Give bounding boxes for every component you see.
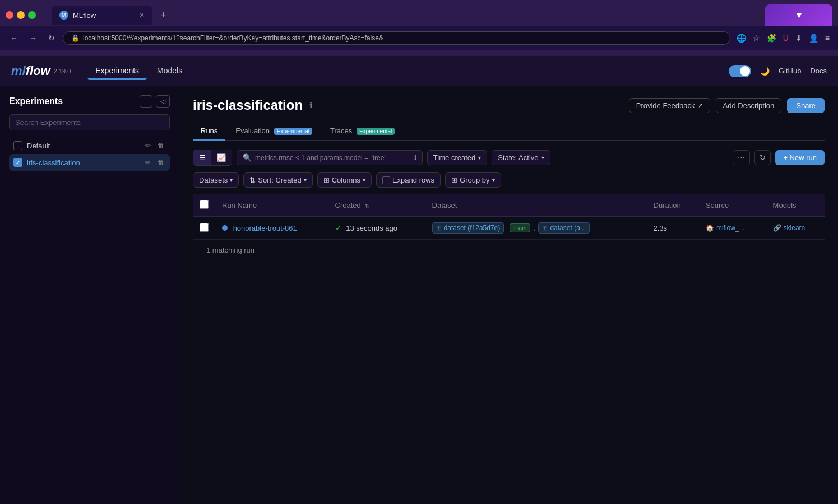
menu-icon[interactable]: ≡ bbox=[823, 32, 831, 44]
header-actions: Provide Feedback ↗ Add Description Share bbox=[629, 98, 825, 113]
nav-models[interactable]: Models bbox=[149, 63, 190, 80]
experiment-header: iris-classification ℹ Provide Feedback ↗… bbox=[193, 97, 825, 113]
add-experiment-button[interactable]: + bbox=[140, 95, 152, 108]
columns-button[interactable]: ⊞ Columns ▾ bbox=[317, 172, 372, 188]
model-text: sklearn bbox=[784, 224, 805, 232]
list-view-button[interactable]: ☰ bbox=[193, 150, 211, 165]
state-filter-button[interactable]: State: Active ▾ bbox=[492, 150, 550, 165]
window-maximize-btn[interactable] bbox=[28, 11, 36, 19]
header-checkbox-col bbox=[193, 194, 215, 217]
window-close-btn[interactable] bbox=[6, 11, 13, 19]
table-row: honorable-trout-861 ✓ 13 seconds ago ⊞ d… bbox=[193, 217, 825, 240]
default-checkbox[interactable] bbox=[13, 141, 22, 150]
search-experiments-input[interactable] bbox=[9, 114, 170, 130]
logo-version: 2.19.0 bbox=[54, 68, 71, 74]
dark-mode-toggle[interactable] bbox=[729, 65, 751, 77]
add-description-button[interactable]: Add Description bbox=[716, 98, 782, 113]
group-by-chevron: ▾ bbox=[492, 177, 495, 183]
run-success-icon: ✓ bbox=[335, 223, 342, 232]
runs-footer: 1 matching run bbox=[193, 240, 825, 260]
pocket-icon[interactable]: 🌐 bbox=[735, 32, 748, 44]
dataset-tag-1[interactable]: ⊞ dataset (f12a5d7e) bbox=[432, 222, 504, 234]
more-options-button[interactable]: ⋯ bbox=[733, 150, 750, 165]
url-bar[interactable]: 🔒 localhost:5000/#/experiments/1?searchF… bbox=[63, 31, 730, 45]
tab-title: MLflow bbox=[73, 11, 96, 20]
search-filter-bar[interactable]: 🔍 metrics.rmse < 1 and params.model = "t… bbox=[237, 150, 423, 165]
window-minimize-btn[interactable] bbox=[17, 11, 25, 19]
refresh-button[interactable]: ↻ bbox=[754, 150, 771, 165]
columns-chevron: ▾ bbox=[363, 177, 365, 183]
bookmark-icon[interactable]: ☆ bbox=[751, 32, 762, 44]
sklearn-icon: 🔗 bbox=[773, 224, 781, 232]
iris-edit-button[interactable]: ✏ bbox=[144, 157, 152, 167]
dataset-grid-icon: ⊞ bbox=[436, 224, 442, 232]
expand-rows-checkbox bbox=[382, 176, 390, 184]
time-created-label: Time created bbox=[433, 153, 475, 162]
iris-checkbox[interactable]: ✓ bbox=[13, 158, 22, 167]
sort-chevron: ▾ bbox=[304, 177, 307, 183]
moon-icon: 🌙 bbox=[760, 67, 770, 76]
forward-button[interactable]: → bbox=[26, 31, 40, 45]
chart-view-button[interactable]: 📈 bbox=[211, 150, 232, 165]
sidebar-item-iris[interactable]: ✓ iris-classification ✏ 🗑 bbox=[9, 154, 170, 171]
iris-label: iris-classification bbox=[27, 158, 140, 167]
tab-runs[interactable]: Runs bbox=[193, 122, 225, 141]
refresh-button[interactable]: ↻ bbox=[45, 31, 58, 45]
group-by-icon: ⊞ bbox=[451, 176, 457, 184]
tab-evaluation[interactable]: Evaluation Experimental bbox=[228, 122, 320, 141]
dataset-cell: ⊞ dataset (f12a5d7e) Train , ⊞ dataset (… bbox=[425, 217, 647, 240]
run-name-link[interactable]: honorable-trout-861 bbox=[233, 224, 297, 232]
group-by-button[interactable]: ⊞ Group by ▾ bbox=[445, 172, 501, 188]
experiment-title: iris-classification bbox=[193, 97, 303, 113]
matching-runs-label: matching run bbox=[212, 246, 254, 254]
search-filter-icon: 🔍 bbox=[243, 153, 252, 162]
created-cell: ✓ 13 seconds ago bbox=[328, 217, 425, 240]
sidebar: Experiments + ◁ Default ✏ 🗑 bbox=[0, 86, 179, 504]
app-logo: mlflow 2.19.0 bbox=[11, 64, 71, 78]
datasets-button[interactable]: Datasets ▾ bbox=[193, 172, 239, 188]
nav-experiments[interactable]: Experiments bbox=[87, 63, 147, 80]
time-created-button[interactable]: Time created ▾ bbox=[427, 150, 487, 165]
sidebar-item-default[interactable]: Default ✏ 🗑 bbox=[9, 137, 170, 154]
browser-tab[interactable]: M MLflow ✕ bbox=[52, 6, 152, 25]
source-link[interactable]: 🏠 mlflow_... bbox=[706, 224, 760, 232]
dataset-grid-icon-2: ⊞ bbox=[542, 224, 548, 232]
provide-feedback-button[interactable]: Provide Feedback ↗ bbox=[629, 98, 710, 113]
collapse-sidebar-button[interactable]: ◁ bbox=[156, 95, 170, 108]
default-delete-button[interactable]: 🗑 bbox=[156, 141, 165, 151]
share-button[interactable]: Share bbox=[787, 98, 825, 113]
expand-rows-button[interactable]: Expand rows bbox=[376, 172, 441, 188]
iris-delete-button[interactable]: 🗑 bbox=[156, 157, 165, 167]
row-checkbox[interactable] bbox=[200, 223, 209, 232]
created-text: 13 seconds ago bbox=[346, 224, 397, 232]
state-label: State: Active bbox=[498, 153, 538, 162]
runs-toolbar-row2: Datasets ▾ ⇅ Sort: Created ▾ ⊞ Columns ▾ bbox=[193, 172, 825, 188]
header-source: Source bbox=[699, 194, 766, 217]
tab-traces[interactable]: Traces Experimental bbox=[322, 122, 402, 141]
row-checkbox-cell bbox=[193, 217, 215, 240]
external-link-icon: ↗ bbox=[698, 102, 703, 109]
select-all-checkbox[interactable] bbox=[200, 200, 209, 209]
puzzle-icon[interactable]: 🧩 bbox=[765, 32, 778, 44]
model-link[interactable]: 🔗 sklearn bbox=[773, 224, 818, 232]
new-run-button[interactable]: + New run bbox=[775, 150, 825, 165]
download-icon[interactable]: ⬇ bbox=[794, 32, 804, 44]
sort-asc-icon: ⇅ bbox=[365, 203, 369, 209]
back-button[interactable]: ← bbox=[7, 31, 21, 45]
datasets-label: Datasets bbox=[199, 176, 228, 184]
profile-icon[interactable]: 👤 bbox=[807, 32, 820, 44]
github-link[interactable]: GitHub bbox=[779, 67, 801, 75]
traces-badge: Experimental bbox=[357, 128, 395, 135]
docs-link[interactable]: Docs bbox=[810, 67, 827, 75]
shield-icon[interactable]: U bbox=[781, 32, 790, 44]
header-created: Created ⇅ bbox=[328, 194, 425, 217]
tab-close-icon[interactable]: ✕ bbox=[139, 11, 145, 19]
info-icon[interactable]: ℹ bbox=[309, 101, 312, 110]
dataset-tag-2[interactable]: ⊞ dataset (a... bbox=[538, 222, 589, 234]
sort-button[interactable]: ⇅ Sort: Created ▾ bbox=[243, 172, 312, 188]
time-created-chevron: ▾ bbox=[478, 155, 481, 161]
header-duration: Duration bbox=[647, 194, 699, 217]
default-edit-button[interactable]: ✏ bbox=[144, 141, 152, 151]
datasets-chevron: ▾ bbox=[230, 177, 233, 183]
new-tab-button[interactable]: + bbox=[156, 7, 171, 24]
